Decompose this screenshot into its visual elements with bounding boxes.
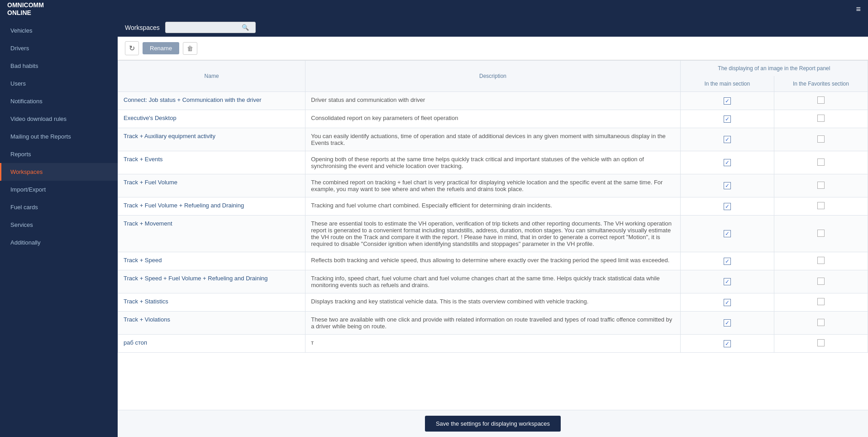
main-layout: Vehicles Drivers Bad habits Users Notifi… [0, 18, 868, 437]
favorites-section-checkbox[interactable] [817, 115, 825, 122]
search-icon: 🔍 [242, 24, 249, 31]
row-main-check-cell[interactable]: ✓ [680, 252, 774, 270]
row-name-cell: Track + Auxiliary equipment activity [118, 128, 305, 151]
sidebar-item-additionally[interactable]: Additionally [0, 234, 118, 251]
row-desc-cell: Displays tracking and key statistical ve… [305, 293, 681, 312]
row-fav-check-cell[interactable] [774, 270, 868, 293]
sidebar-item-bad-habits[interactable]: Bad habits [0, 57, 118, 75]
favorites-section-checkbox[interactable] [817, 158, 825, 166]
sidebar-item-vehicles[interactable]: Vehicles [0, 22, 118, 39]
main-section-checkbox[interactable]: ✓ [724, 319, 731, 327]
row-fav-check-cell[interactable] [774, 216, 868, 252]
row-main-check-cell[interactable]: ✓ [680, 151, 774, 174]
main-section-checkbox[interactable]: ✓ [724, 159, 731, 166]
row-name-cell: Track + Speed + Fuel Volume + Refueling … [118, 270, 305, 293]
favorites-section-checkbox[interactable] [817, 278, 825, 285]
row-main-check-cell[interactable]: ✓ [680, 92, 774, 110]
favorites-section-checkbox[interactable] [817, 230, 825, 237]
row-main-check-cell[interactable]: ✓ [680, 128, 774, 151]
workspaces-title: Workspaces [125, 24, 160, 31]
row-fav-check-cell[interactable] [774, 197, 868, 216]
sidebar-item-users[interactable]: Users [0, 75, 118, 92]
main-section-checkbox[interactable]: ✓ [724, 115, 731, 123]
sidebar-item-workspaces[interactable]: Workspaces [0, 163, 118, 181]
sidebar-item-mailing-out-reports[interactable]: Mailing out the Reports [0, 128, 118, 145]
row-fav-check-cell[interactable] [774, 252, 868, 270]
table-row: Track + EventsOpening both of these repo… [118, 151, 868, 174]
favorites-section-checkbox[interactable] [817, 202, 825, 209]
row-name-cell: Track + Fuel Volume [118, 174, 305, 197]
main-section-checkbox[interactable]: ✓ [724, 258, 731, 265]
favorites-section-checkbox[interactable] [817, 135, 825, 143]
row-fav-check-cell[interactable] [774, 151, 868, 174]
row-fav-check-cell[interactable] [774, 110, 868, 128]
row-name-cell: Track + Movement [118, 216, 305, 252]
row-main-check-cell[interactable]: ✓ [680, 335, 774, 353]
row-name-cell: Track + Fuel Volume + Refueling and Drai… [118, 197, 305, 216]
main-section-checkbox[interactable]: ✓ [724, 340, 731, 347]
col-header-description: Description [305, 61, 681, 92]
action-toolbar: ↻ Rename 🗑 [118, 37, 868, 60]
main-section-checkbox[interactable]: ✓ [724, 278, 731, 285]
row-fav-check-cell[interactable] [774, 293, 868, 312]
sidebar-item-services[interactable]: Services [0, 216, 118, 234]
row-desc-cell: You can easily identify actuations, time… [305, 128, 681, 151]
save-button[interactable]: Save the settings for displaying workspa… [425, 416, 561, 432]
favorites-section-checkbox[interactable] [817, 319, 825, 326]
row-main-check-cell[interactable]: ✓ [680, 293, 774, 312]
row-main-check-cell[interactable]: ✓ [680, 110, 774, 128]
col-header-favorites-section: In the Favorites section [774, 76, 868, 92]
main-section-checkbox[interactable]: ✓ [724, 97, 731, 105]
favorites-section-checkbox[interactable] [817, 298, 825, 305]
workspaces-header-bar: Workspaces 🔍 [118, 18, 868, 37]
row-fav-check-cell[interactable] [774, 335, 868, 353]
row-fav-check-cell[interactable] [774, 312, 868, 335]
sidebar-item-import-export[interactable]: Import/Export [0, 181, 118, 198]
row-name-cell: Track + Speed [118, 252, 305, 270]
favorites-section-checkbox[interactable] [817, 339, 825, 346]
favorites-section-checkbox[interactable] [817, 257, 825, 264]
row-main-check-cell[interactable]: ✓ [680, 174, 774, 197]
favorites-section-checkbox[interactable] [817, 96, 825, 104]
row-desc-cell: These two are available with one click a… [305, 312, 681, 335]
row-name-cell: Connect: Job status + Communication with… [118, 92, 305, 110]
sidebar-item-reports[interactable]: Reports [0, 145, 118, 163]
col-header-display-span: The displaying of an image in the Report… [680, 61, 868, 77]
delete-button[interactable]: 🗑 [183, 42, 197, 55]
sidebar-item-drivers[interactable]: Drivers [0, 39, 118, 57]
row-main-check-cell[interactable]: ✓ [680, 216, 774, 252]
row-fav-check-cell[interactable] [774, 92, 868, 110]
menu-icon[interactable]: ≡ [856, 5, 861, 14]
table-row: Track + Auxiliary equipment activityYou … [118, 128, 868, 151]
row-main-check-cell[interactable]: ✓ [680, 270, 774, 293]
table-row: Connect: Job status + Communication with… [118, 92, 868, 110]
sidebar-item-fuel-cards[interactable]: Fuel cards [0, 198, 118, 216]
main-section-checkbox[interactable]: ✓ [724, 299, 731, 306]
rename-button[interactable]: Rename [143, 42, 179, 54]
row-desc-cell: These are essential tools to estimate th… [305, 216, 681, 252]
refresh-button[interactable]: ↻ [125, 41, 139, 55]
row-main-check-cell[interactable]: ✓ [680, 312, 774, 335]
row-main-check-cell[interactable]: ✓ [680, 197, 774, 216]
row-desc-cell: Tracking info, speed chart, fuel volume … [305, 270, 681, 293]
favorites-section-checkbox[interactable] [817, 182, 825, 189]
sidebar-item-video-download-rules[interactable]: Video download rules [0, 110, 118, 128]
search-input[interactable] [169, 24, 242, 31]
main-section-checkbox[interactable]: ✓ [724, 203, 731, 210]
sidebar-item-notifications[interactable]: Notifications [0, 92, 118, 110]
main-section-checkbox[interactable]: ✓ [724, 136, 731, 143]
row-desc-cell: The combined report on tracking + fuel c… [305, 174, 681, 197]
table-row: Track + Fuel Volume + Refueling and Drai… [118, 197, 868, 216]
main-section-checkbox[interactable]: ✓ [724, 230, 731, 237]
col-header-main-section: In the main section [680, 76, 774, 92]
table-row: Track + StatisticsDisplays tracking and … [118, 293, 868, 312]
sidebar: Vehicles Drivers Bad habits Users Notifi… [0, 18, 118, 437]
workspaces-table-container: Name Description The displaying of an im… [118, 60, 868, 410]
search-container[interactable]: 🔍 [165, 22, 256, 33]
row-fav-check-cell[interactable] [774, 174, 868, 197]
main-section-checkbox[interactable]: ✓ [724, 182, 731, 189]
table-row: раб стопт✓ [118, 335, 868, 353]
row-fav-check-cell[interactable] [774, 128, 868, 151]
table-row: Executive's DesktopConsolidated report o… [118, 110, 868, 128]
row-desc-cell: Tracking and fuel volume chart combined.… [305, 197, 681, 216]
